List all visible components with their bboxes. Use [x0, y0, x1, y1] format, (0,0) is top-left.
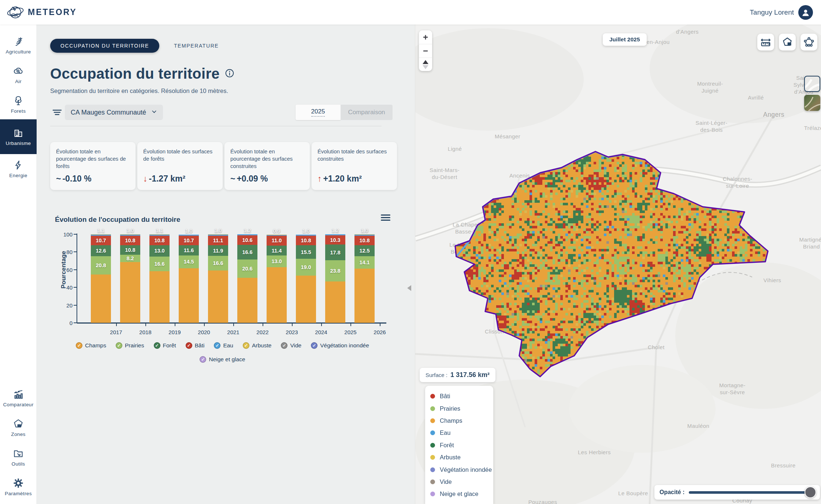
- surface-value: 1 317.56 km²: [450, 371, 490, 379]
- filter-icon[interactable]: [52, 107, 63, 119]
- opacity-slider[interactable]: [689, 491, 815, 494]
- info-icon[interactable]: [225, 68, 234, 79]
- segment-prairies: 19.0: [296, 259, 316, 276]
- segment-eau: [120, 235, 140, 235]
- segment-eau: [267, 235, 287, 236]
- legend-dot-icon: [430, 394, 435, 399]
- stacked-bar-chart: Pourcentage 0204060801002017201820192020…: [37, 25, 415, 504]
- chart-menu-icon[interactable]: [381, 213, 390, 222]
- legend-item-label: Vide: [290, 342, 301, 349]
- x-axis: [77, 322, 386, 324]
- satellite-thumbnail[interactable]: [804, 95, 820, 111]
- sidebar-item-air[interactable]: Air: [0, 60, 37, 90]
- stacked-bar-2026[interactable]: 10.812.514.11.0: [354, 234, 375, 323]
- segment-value: 12.5: [354, 248, 375, 254]
- legend-item-label: Eau: [223, 342, 233, 349]
- map-legend-label: Arbuste: [440, 454, 461, 461]
- legend-item-eau[interactable]: ✓Eau: [214, 342, 233, 349]
- stacked-bar-2019[interactable]: 10.813.016.61.1: [149, 234, 170, 323]
- y-axis-label: Pourcentage: [60, 248, 67, 292]
- stacked-bar-2025[interactable]: 10.317.823.81.2: [325, 234, 345, 323]
- stacked-bar-2020[interactable]: 10.711.614.51.0: [179, 235, 199, 323]
- legend-item-prairies[interactable]: ✓Prairies: [116, 342, 144, 349]
- sidebar-item-forets[interactable]: Forets: [0, 90, 37, 119]
- tab-occupation-du-territoire[interactable]: OCCUPATION DU TERRITOIRE: [50, 39, 159, 53]
- panel-collapse-handle[interactable]: [407, 285, 411, 291]
- check-circle-icon: ✓: [76, 342, 82, 349]
- legend-item-bâti[interactable]: ✓Bâti: [186, 342, 205, 349]
- stacked-bar-2021[interactable]: 11.111.916.61.0: [208, 234, 228, 323]
- user-menu[interactable]: Tanguy Lorent: [750, 5, 813, 20]
- legend-item-végétation-inondée[interactable]: ✓Végétation inondée: [311, 342, 369, 349]
- zoom-in-button[interactable]: +: [419, 30, 432, 44]
- map-viewport[interactable]: d'AngersErdre-en-AnjouMontreuil- JuignéS…: [415, 25, 821, 504]
- sidebar-item-agriculture[interactable]: Agriculture: [0, 30, 37, 60]
- brand[interactable]: METEORY: [7, 4, 77, 21]
- legend-item-arbuste[interactable]: ✓Arbuste: [243, 342, 271, 349]
- trend-tilde-icon: ~: [230, 174, 235, 183]
- map-legend: BâtiPrairiesChampsEauForêtArbusteVégétat…: [425, 386, 493, 504]
- sidebar-item-parametres[interactable]: Paramètres: [0, 472, 37, 502]
- sidebar-item-energie[interactable]: Energie: [0, 154, 37, 184]
- comparison-button[interactable]: Comparaison: [341, 105, 393, 120]
- meteory-logo-icon: [7, 4, 24, 21]
- tab-temperature[interactable]: TEMPERATURE: [174, 43, 219, 49]
- segment-prairies: 20.6: [237, 260, 257, 278]
- legend-item-forêt[interactable]: ✓Forêt: [154, 342, 176, 349]
- stacked-bar-2018[interactable]: 10.810.88.21.0: [120, 234, 140, 323]
- sidebar-item-zones[interactable]: Zones: [0, 413, 37, 443]
- year-button[interactable]: 2025: [296, 105, 341, 120]
- segment-champs: [208, 270, 228, 323]
- legend-item-champs[interactable]: ✓Champs: [76, 342, 106, 349]
- pentagon-icon: [13, 418, 24, 429]
- stacked-bar-2024[interactable]: 10.815.519.01.0: [296, 235, 316, 323]
- measure-tool-button[interactable]: [757, 34, 774, 51]
- check-circle-icon: ✓: [200, 356, 206, 363]
- opacity-slider-thumb[interactable]: [805, 486, 816, 498]
- sidebar-item-urbanisme[interactable]: Urbanisme: [0, 119, 37, 154]
- stat-card-value: ~+0.09 %: [230, 174, 304, 184]
- legend-item-vide[interactable]: ✓Vide: [281, 342, 301, 349]
- stat-card-label: Évolution totale des surfaces construite…: [317, 148, 391, 163]
- segment-prairies: 14.1: [354, 256, 375, 269]
- segment-eau: [91, 235, 111, 236]
- segment-value: 16.6: [237, 249, 257, 255]
- basemap-thumbnail-selected[interactable]: [804, 76, 820, 92]
- segment-value-top: 1.1: [87, 228, 115, 234]
- x-tick-label: 2024: [310, 329, 332, 335]
- territory-select[interactable]: CA Mauges Communauté: [65, 105, 163, 120]
- stacked-bar-2022[interactable]: 10.616.620.61.2: [237, 234, 257, 323]
- segment-value: 11.1: [208, 238, 228, 243]
- segment-prairies: 14.5: [179, 255, 199, 268]
- stacked-bar-2017[interactable]: 10.712.620.81.1: [91, 234, 111, 323]
- segment-value: 23.8: [325, 268, 345, 274]
- bolt-icon: [13, 160, 24, 171]
- stat-card-label: Évolution totale en pourcentage des surf…: [56, 148, 130, 170]
- sidebar-item-comparateur[interactable]: Comparateur: [0, 383, 37, 413]
- sidebar-item-label: Outils: [12, 461, 25, 467]
- segment-value: 11.4: [267, 248, 287, 254]
- segment-forêt: 16.6: [237, 245, 257, 260]
- stacked-bar-2023[interactable]: 11.011.413.00.9: [267, 235, 287, 323]
- user-avatar-icon[interactable]: [798, 5, 813, 20]
- segment-champs: [120, 262, 140, 323]
- polygon-draw-button[interactable]: [800, 34, 817, 51]
- y-tick-label: 80: [58, 249, 73, 255]
- segment-value: 16.6: [149, 261, 170, 267]
- stat-card: Évolution totale en pourcentage des surf…: [224, 142, 310, 190]
- segment-forêt: 10.8: [120, 245, 140, 255]
- compass-icon[interactable]: [419, 57, 432, 71]
- segment-value: 10.8: [120, 238, 140, 243]
- check-circle-icon: ✓: [214, 342, 220, 349]
- zoom-out-button[interactable]: −: [419, 44, 432, 57]
- building-icon: [13, 127, 24, 138]
- sidebar-item-outils[interactable]: Outils: [0, 443, 37, 472]
- segment-value: 17.8: [325, 250, 345, 255]
- segment-value-top: 1.0: [204, 228, 232, 234]
- stat-card: Évolution totale des surfaces de forêts↓…: [137, 142, 223, 190]
- tab-bar: OCCUPATION DU TERRITOIRE TEMPERATURE: [50, 39, 219, 53]
- layers-tool-button[interactable]: [779, 34, 796, 51]
- segment-forêt: 15.5: [296, 245, 316, 259]
- legend-item-neige-et-glace[interactable]: ✓Neige et glace: [200, 356, 245, 363]
- segment-prairies: 8.2: [120, 255, 140, 262]
